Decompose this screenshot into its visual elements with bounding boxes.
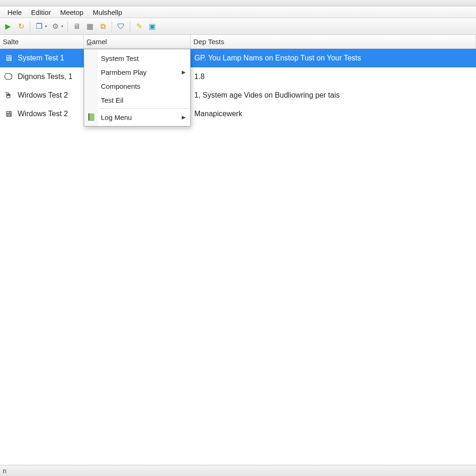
- menu-item-label: Log Menu: [101, 113, 132, 121]
- menu-meetop[interactable]: Meetop: [55, 7, 88, 17]
- menu-item-icon: 📗: [86, 113, 96, 121]
- row-label: System Test 1: [18, 54, 64, 62]
- context-menu-item[interactable]: Parmbem Play▶: [84, 65, 190, 79]
- row-icon: 🖥: [3, 53, 14, 64]
- brush-icon[interactable]: ✎: [133, 20, 145, 33]
- context-menu-item[interactable]: System Test: [84, 51, 190, 65]
- refresh-icon[interactable]: ↻: [15, 20, 27, 33]
- row-icon: 🖥: [3, 108, 14, 119]
- app-window: Hele Editior Meetop Mulshellp ▶↻❐▾⚙▾🖥▦⧉🛡…: [0, 0, 476, 476]
- context-menu: System TestParmbem Play▶ComponentsTest E…: [84, 49, 191, 126]
- dropdown-arrow-icon[interactable]: ▾: [61, 24, 65, 28]
- cell-salte: 🖥System Test 1: [0, 53, 84, 64]
- table-row[interactable]: 🖱Wirdows Test 21, System age Vides on Bu…: [0, 86, 476, 105]
- panel-icon[interactable]: ▣: [146, 20, 158, 33]
- context-menu-item[interactable]: Test Eil: [84, 93, 190, 107]
- cell-dep: 1.8: [191, 73, 476, 81]
- menu-editior[interactable]: Editior: [26, 7, 56, 17]
- cell-dep: Manapicewerk: [191, 110, 476, 118]
- table-row[interactable]: 🖥System Test 1GP. You Lamp Nams on Ensto…: [0, 49, 476, 67]
- list-view[interactable]: 🖥System Test 1GP. You Lamp Nams on Ensto…: [0, 49, 476, 465]
- dropdown-arrow-icon[interactable]: ▾: [45, 24, 48, 28]
- cell-dep: 1, System age Vides on Budliowring per t…: [191, 91, 476, 99]
- grid-icon[interactable]: ▦: [84, 20, 96, 33]
- col-header-gamel[interactable]: Gamel: [84, 35, 191, 48]
- submenu-arrow-icon: ▶: [182, 69, 185, 75]
- menu-item-label: Test Eil: [101, 96, 123, 104]
- table-row[interactable]: 🖥Wirdows Test 2Manapicewerk: [0, 105, 476, 123]
- play-icon[interactable]: ▶: [2, 20, 14, 33]
- menu-hele[interactable]: Hele: [3, 7, 26, 17]
- menubar: Hele Editior Meetop Mulshellp: [0, 7, 476, 18]
- toolbar-separator: [130, 21, 130, 32]
- toolbar: ▶↻❐▾⚙▾🖥▦⧉🛡✎▣: [0, 18, 476, 35]
- menu-item-label: Components: [101, 82, 140, 90]
- table-row[interactable]: 🖵Dignons Tests, 11.8: [0, 67, 476, 86]
- copy-icon[interactable]: ⧉: [97, 20, 109, 33]
- context-menu-item[interactable]: Components: [84, 79, 190, 93]
- statusbar: n: [0, 465, 476, 476]
- menu-separator: [99, 108, 189, 109]
- cell-dep: GP. You Lamp Nams on Enstop Tust on Your…: [191, 54, 476, 62]
- col-header-dep[interactable]: Dep Tests: [191, 35, 476, 48]
- column-headers: Salte Gamel Dep Tests: [0, 35, 476, 49]
- computer-icon[interactable]: 🖥: [71, 20, 83, 33]
- titlebar: [0, 0, 476, 7]
- context-menu-item[interactable]: 📗Log Menu▶: [84, 110, 190, 124]
- row-label: Wirdows Test 2: [18, 91, 68, 99]
- col-header-salte[interactable]: Salte: [0, 35, 84, 48]
- row-label: Wirdows Test 2: [18, 110, 68, 118]
- toolbar-separator: [30, 21, 30, 32]
- row-icon: 🖱: [3, 90, 14, 101]
- row-icon: 🖵: [3, 71, 14, 82]
- menu-item-label: System Test: [101, 54, 139, 62]
- gear-icon[interactable]: ⚙: [49, 20, 61, 33]
- statusbar-text: n: [3, 467, 7, 475]
- menu-item-label: Parmbem Play: [101, 68, 146, 76]
- toolbar-separator: [112, 21, 112, 32]
- stack-icon[interactable]: ❐: [33, 20, 45, 33]
- cell-salte: 🖥Wirdows Test 2: [0, 108, 84, 119]
- row-label: Dignons Tests, 1: [18, 73, 73, 81]
- shield-icon[interactable]: 🛡: [115, 20, 127, 33]
- cell-salte: 🖱Wirdows Test 2: [0, 90, 84, 101]
- menu-mulshellp[interactable]: Mulshellp: [88, 7, 126, 17]
- toolbar-separator: [67, 21, 68, 32]
- submenu-arrow-icon: ▶: [182, 114, 185, 120]
- cell-salte: 🖵Dignons Tests, 1: [0, 71, 84, 82]
